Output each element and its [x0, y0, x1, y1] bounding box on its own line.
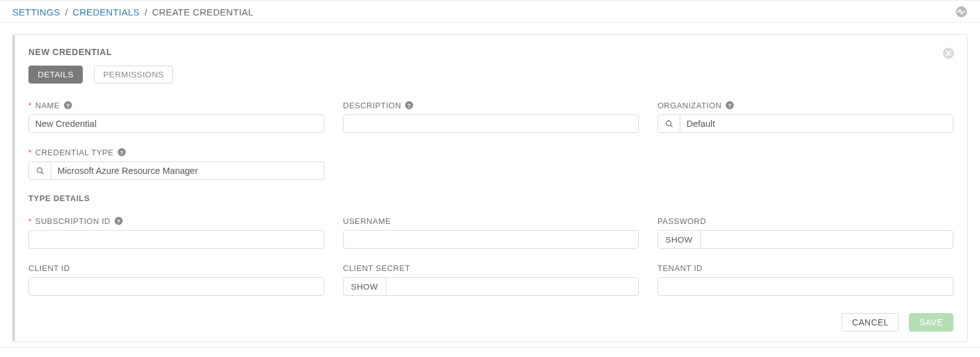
- breadcrumb-link-credentials[interactable]: CREDENTIALS: [73, 7, 140, 17]
- svg-text:?: ?: [407, 102, 411, 109]
- breadcrumb-separator: /: [145, 7, 147, 17]
- username-input[interactable]: [344, 231, 638, 248]
- type-details-header: TYPE DETAILS: [28, 194, 953, 203]
- name-input[interactable]: [29, 115, 324, 132]
- help-icon[interactable]: ?: [405, 101, 413, 110]
- svg-text:?: ?: [728, 102, 732, 109]
- cancel-button[interactable]: CANCEL: [842, 313, 899, 332]
- password-show-button[interactable]: SHOW: [658, 231, 701, 248]
- required-marker: *: [28, 217, 32, 226]
- client-secret-input[interactable]: [386, 278, 638, 295]
- svg-point-8: [666, 121, 671, 126]
- tenant-id-input[interactable]: [658, 278, 953, 295]
- save-button[interactable]: SAVE: [909, 313, 953, 332]
- field-description: DESCRIPTION ?: [343, 100, 639, 133]
- breadcrumb-current: CREATE CREDENTIAL: [152, 7, 253, 17]
- svg-text:?: ?: [117, 218, 120, 225]
- label-description: DESCRIPTION: [343, 101, 401, 110]
- panel-title: NEW CREDENTIAL: [28, 47, 112, 57]
- label-username: USERNAME: [343, 217, 391, 226]
- help-icon[interactable]: ?: [64, 101, 72, 110]
- help-icon[interactable]: ?: [114, 217, 123, 225]
- client-id-input[interactable]: [29, 278, 324, 295]
- field-username: USERNAME: [343, 215, 639, 249]
- close-icon[interactable]: [942, 47, 955, 59]
- svg-line-13: [41, 172, 43, 174]
- label-tenant-id: TENANT ID: [657, 264, 703, 273]
- label-name: NAME: [35, 101, 60, 110]
- svg-text:?: ?: [120, 149, 124, 156]
- label-credential-type: CREDENTIAL TYPE: [35, 148, 114, 157]
- help-icon[interactable]: ?: [725, 101, 734, 110]
- label-password: PASSWORD: [657, 217, 706, 226]
- svg-point-12: [37, 168, 42, 173]
- tab-details[interactable]: DETAILS: [28, 66, 83, 84]
- breadcrumb-link-settings[interactable]: SETTINGS: [12, 7, 60, 17]
- field-client-secret: CLIENT SECRET SHOW: [343, 262, 639, 296]
- field-tenant-id: TENANT ID: [657, 262, 953, 296]
- tab-permissions[interactable]: PERMISSIONS: [94, 66, 173, 84]
- breadcrumb-separator: /: [65, 7, 67, 17]
- activity-icon[interactable]: [955, 6, 968, 18]
- field-password: PASSWORD SHOW: [657, 215, 953, 249]
- field-name: * NAME ?: [28, 100, 324, 133]
- credential-type-lookup-button[interactable]: [29, 162, 51, 179]
- svg-text:?: ?: [66, 102, 70, 109]
- subscription-id-input[interactable]: [29, 231, 324, 248]
- description-input[interactable]: [344, 115, 638, 132]
- client-secret-show-button[interactable]: SHOW: [344, 278, 386, 295]
- label-subscription-id: SUBSCRIPTION ID: [35, 217, 111, 226]
- help-icon[interactable]: ?: [117, 148, 126, 157]
- label-client-id: CLIENT ID: [28, 264, 70, 273]
- breadcrumb: SETTINGS / CREDENTIALS / CREATE CREDENTI…: [0, 1, 980, 23]
- organization-input[interactable]: [680, 115, 953, 132]
- organization-lookup-button[interactable]: [658, 115, 680, 132]
- field-subscription-id: * SUBSCRIPTION ID ?: [28, 215, 324, 249]
- credential-type-input[interactable]: [51, 162, 324, 179]
- panel-new-credential: NEW CREDENTIAL DETAILS PERMISSIONS * NAM…: [12, 34, 968, 342]
- field-organization: ORGANIZATION ?: [657, 100, 953, 133]
- required-marker: *: [28, 101, 32, 110]
- field-client-id: CLIENT ID: [28, 262, 324, 296]
- field-credential-type: * CREDENTIAL TYPE ?: [28, 147, 324, 180]
- label-organization: ORGANIZATION: [657, 101, 722, 110]
- svg-line-9: [670, 125, 672, 127]
- label-client-secret: CLIENT SECRET: [343, 264, 410, 273]
- password-input[interactable]: [701, 231, 953, 248]
- required-marker: *: [28, 148, 32, 157]
